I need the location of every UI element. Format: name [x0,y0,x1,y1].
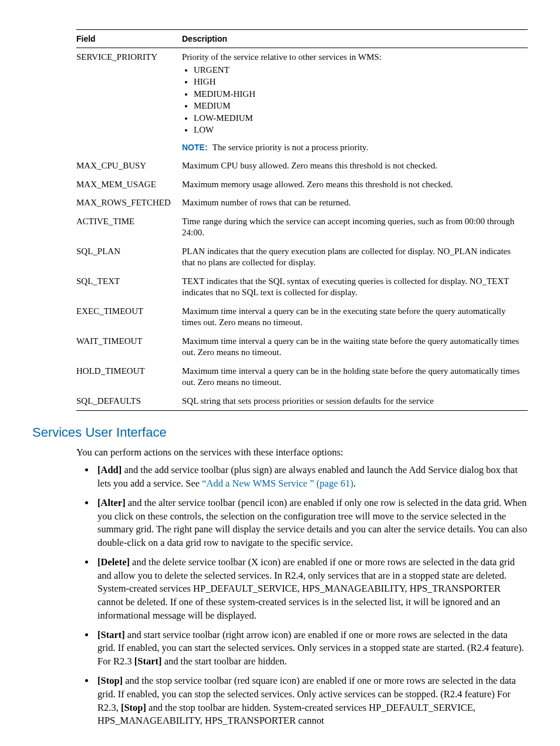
table-row: WAIT_TIMEOUT Maximum time interval a que… [76,332,528,362]
table-row: SQL_DEFAULTS SQL string that sets proces… [76,392,528,411]
start-label-2: [Start] [134,656,162,667]
priority-intro: Priority of the service relative to othe… [182,52,382,62]
field-cell: SQL_DEFAULTS [76,392,182,411]
table-row: HOLD_TIMEOUT Maximum time interval a que… [76,362,528,392]
list-item-start: [Start] and start service toolbar (right… [95,629,528,669]
desc-cell: TEXT indicates that the SQL syntax of ex… [182,272,528,302]
list-item-delete: [Delete] and the delete service toolbar … [95,556,528,623]
stop-label: [Stop] [97,675,123,686]
stop-label-2: [Stop] [121,702,146,713]
note-block: NOTE: The service priority is not a proc… [182,142,524,154]
desc-cell: Maximum time interval a query can be in … [182,302,528,332]
field-cell: MAX_CPU_BUSY [76,157,182,175]
start-label: [Start] [97,629,125,640]
table-row: EXEC_TIMEOUT Maximum time interval a que… [76,302,528,332]
alter-label: [Alter] [97,497,126,508]
desc-cell: PLAN indicates that the query execution … [182,242,528,272]
field-cell: HOLD_TIMEOUT [76,362,182,392]
list-item-alter: [Alter] and the alter service toolbar (p… [95,497,528,550]
desc-cell: Maximum time interval a query can be in … [182,332,528,362]
desc-cell: Maximum time interval a query can be in … [182,362,528,392]
priority-list: URGENT HIGH MEDIUM-HIGH MEDIUM LOW-MEDIU… [182,65,524,136]
table-row: MAX_MEM_USAGE Maximum memory usage allow… [76,175,528,194]
actions-list: [Add] and the add service toolbar (plus … [76,464,528,728]
table-row: SQL_PLAN PLAN indicates that the query e… [76,242,528,272]
field-cell: SERVICE_PRIORITY [76,48,182,157]
desc-cell: Maximum memory usage allowed. Zero means… [182,175,528,194]
desc-cell: Maximum CPU busy allowed. Zero means thi… [182,157,528,175]
table-row: ACTIVE_TIME Time range during which the … [76,212,528,242]
alter-text: and the alter service toolbar (pencil ic… [97,497,527,548]
desc-cell: Priority of the service relative to othe… [182,48,528,157]
desc-cell: SQL string that sets process priorities … [182,392,528,411]
note-label: NOTE: [182,142,210,153]
field-cell: ACTIVE_TIME [76,212,182,242]
priority-item: HIGH [194,76,524,88]
start-text-b: and the start toolbar are hidden. [162,656,287,667]
delete-text: and the delete service toolbar (X icon) … [97,556,515,621]
table-header-description: Description [182,30,528,48]
field-description-table: Field Description SERVICE_PRIORITY Prior… [76,29,528,411]
table-header-field: Field [76,30,182,48]
table-row: SERVICE_PRIORITY Priority of the service… [76,48,528,157]
list-item-stop: [Stop] and the stop service toolbar (red… [95,674,528,728]
desc-cell: Maximum number of rows that can be retur… [182,194,528,212]
priority-item: MEDIUM-HIGH [194,89,524,100]
section-heading: Services User Interface [32,425,528,440]
priority-item: LOW-MEDIUM [194,113,524,124]
priority-item: MEDIUM [194,100,524,112]
desc-cell: Time range during which the service can … [182,212,528,242]
priority-item: URGENT [194,65,524,76]
field-cell: SQL_PLAN [76,242,182,272]
field-cell: EXEC_TIMEOUT [76,302,182,332]
priority-item: LOW [194,124,524,136]
add-link[interactable]: “Add a New WMS Service ” (page 61) [202,478,353,489]
note-text: The service priority is not a process pr… [212,142,369,154]
add-text-after: . [353,478,356,489]
table-row: SQL_TEXT TEXT indicates that the SQL syn… [76,272,528,302]
table-row: MAX_CPU_BUSY Maximum CPU busy allowed. Z… [76,157,528,175]
section-intro: You can perform actions on the services … [76,446,528,459]
field-cell: MAX_MEM_USAGE [76,175,182,194]
list-item-add: [Add] and the add service toolbar (plus … [95,464,528,491]
delete-label: [Delete] [97,556,130,568]
add-label: [Add] [97,464,122,475]
table-row: MAX_ROWS_FETCHED Maximum number of rows … [76,194,528,212]
field-cell: MAX_ROWS_FETCHED [76,194,182,212]
field-cell: SQL_TEXT [76,272,182,302]
stop-text-b: and the stop toolbar are hidden. System-… [97,702,475,727]
field-cell: WAIT_TIMEOUT [76,332,182,362]
